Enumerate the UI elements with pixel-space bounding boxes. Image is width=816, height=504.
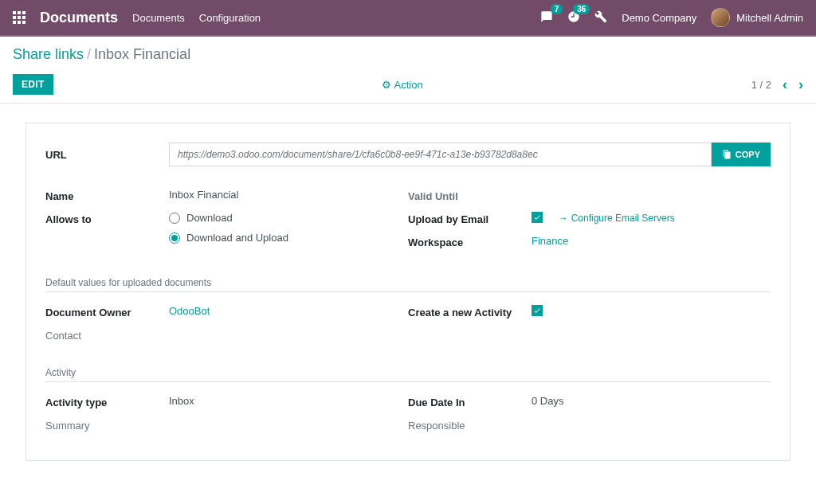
copy-icon (722, 150, 732, 159)
create-activity-label: Create a new Activity (408, 305, 532, 318)
radio-download[interactable]: Download (169, 212, 408, 224)
pager-next-icon[interactable]: › (798, 76, 803, 93)
workspace-link[interactable]: Finance (532, 235, 568, 247)
action-dropdown[interactable]: ⚙Action (53, 79, 751, 91)
radio-off-icon (169, 213, 180, 224)
group-defaults: Document Owner OdooBot Contact Create a … (45, 305, 771, 351)
owner-value: OdooBot (169, 305, 408, 317)
activity-type-value: Inbox (169, 395, 408, 407)
activities-badge: 36 (573, 4, 590, 14)
responsible-label: Responsible (408, 418, 532, 432)
check-icon (533, 307, 541, 315)
discuss-badge: 7 (551, 4, 563, 14)
create-activity-checkbox[interactable] (532, 305, 543, 316)
contact-label: Contact (45, 328, 169, 342)
url-row: URL https://demo3.odoo.com/document/shar… (45, 143, 771, 166)
gear-icon: ⚙ (382, 79, 391, 91)
check-icon (533, 213, 541, 221)
col-right: Valid Until Upload by Email → Configure … (408, 189, 771, 261)
user-menu[interactable]: Mitchell Admin (711, 8, 803, 27)
workspace-label: Workspace (408, 235, 532, 248)
form-container: URL https://demo3.odoo.com/document/shar… (0, 104, 816, 480)
menu-configuration[interactable]: Configuration (199, 12, 261, 24)
url-input-group: https://demo3.odoo.com/document/share/1/… (169, 143, 771, 166)
col-right-2: Create a new Activity (408, 305, 771, 351)
activities-icon[interactable]: 36 (567, 10, 580, 25)
arrow-right-icon: → (559, 213, 568, 224)
menu-documents[interactable]: Documents (132, 12, 185, 24)
copy-button[interactable]: COPY (712, 143, 771, 166)
valid-until-label: Valid Until (408, 189, 532, 202)
pager-position[interactable]: 1 / 2 (751, 79, 771, 91)
apps-icon[interactable] (13, 11, 26, 24)
col-left-3: Activity type Inbox Summary (45, 395, 408, 441)
upload-email-value: → Configure Email Servers (532, 212, 771, 224)
workspace-value: Finance (532, 235, 771, 247)
app-title: Documents (40, 10, 118, 26)
breadcrumb-current: Inbox Financial (94, 46, 190, 63)
group-main: Name Inbox Financial Allows to Download … (45, 189, 771, 261)
user-name: Mitchell Admin (736, 12, 803, 24)
nav-left: Documents Documents Configuration (13, 10, 261, 26)
section-defaults: Default values for uploaded documents (45, 277, 771, 292)
group-activity: Activity type Inbox Summary Due Date In … (45, 395, 771, 441)
configure-email-link[interactable]: → Configure Email Servers (559, 213, 675, 224)
due-date-value: 0 Days (532, 395, 771, 407)
radio-download-upload[interactable]: Download and Upload (169, 232, 408, 244)
pager-prev-icon[interactable]: ‹ (783, 76, 787, 93)
col-left-2: Document Owner OdooBot Contact (45, 305, 408, 351)
name-label: Name (45, 189, 169, 202)
edit-button[interactable]: EDIT (13, 74, 53, 95)
summary-label: Summary (45, 418, 169, 432)
owner-link[interactable]: OdooBot (169, 305, 210, 317)
owner-label: Document Owner (45, 305, 169, 318)
col-left: Name Inbox Financial Allows to Download … (45, 189, 408, 261)
control-panel: Share links / Inbox Financial EDIT ⚙Acti… (0, 37, 816, 104)
discuss-icon[interactable]: 7 (540, 10, 553, 25)
breadcrumb-separator: / (87, 46, 91, 63)
name-value: Inbox Financial (169, 189, 408, 201)
allows-label: Allows to (45, 212, 169, 225)
radio-on-icon (169, 232, 180, 244)
form-sheet: URL https://demo3.odoo.com/document/shar… (26, 123, 790, 461)
debug-icon[interactable] (594, 10, 607, 25)
pager: 1 / 2 ‹ › (751, 76, 803, 93)
url-input[interactable]: https://demo3.odoo.com/document/share/1/… (169, 143, 712, 166)
company-selector[interactable]: Demo Company (622, 12, 696, 24)
control-panel-bottom: EDIT ⚙Action 1 / 2 ‹ › (13, 74, 803, 95)
due-date-label: Due Date In (408, 395, 532, 408)
upload-email-label: Upload by Email (408, 212, 532, 225)
allows-value: Download Download and Upload (169, 212, 408, 252)
col-right-3: Due Date In 0 Days Responsible (408, 395, 771, 441)
breadcrumb: Share links / Inbox Financial (13, 46, 803, 63)
section-activity: Activity (45, 367, 771, 382)
nav-right: 7 36 Demo Company Mitchell Admin (540, 8, 803, 27)
breadcrumb-parent[interactable]: Share links (13, 46, 84, 63)
avatar (711, 8, 730, 27)
activity-type-label: Activity type (45, 395, 169, 408)
top-navbar: Documents Documents Configuration 7 36 D… (0, 0, 816, 37)
create-activity-value (532, 305, 771, 317)
url-label: URL (45, 149, 169, 161)
upload-email-checkbox[interactable] (532, 212, 543, 223)
